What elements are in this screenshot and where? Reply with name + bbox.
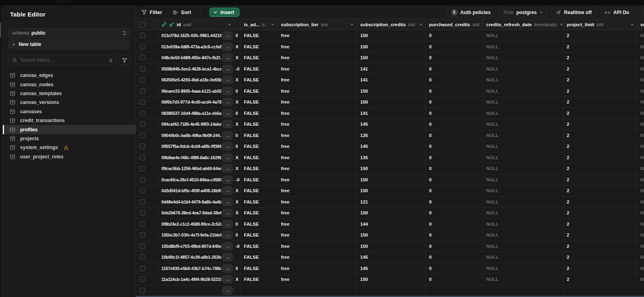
row-checkbox[interactable]: [140, 243, 145, 249]
cell-credits-refresh-date: NULL: [486, 177, 499, 182]
row-checkbox[interactable]: [140, 276, 145, 282]
expand-row-button[interactable]: →: [222, 98, 233, 106]
expand-row-button[interactable]: →: [222, 43, 233, 51]
expand-row-button[interactable]: →: [222, 142, 233, 150]
sidebar-item-user_project_roles[interactable]: user_project_roles: [3, 152, 136, 161]
expand-row-button[interactable]: →: [222, 131, 233, 139]
expand-row-button[interactable]: →: [222, 54, 233, 62]
sidebar-item-canvas_edges[interactable]: canvas_edges: [3, 71, 136, 80]
auth-policies-button[interactable]: 5 Auth policies: [446, 8, 495, 17]
cell-project-limit: 2: [567, 133, 569, 138]
role-select-button[interactable]: Role postgres: [499, 8, 548, 17]
row-checkbox[interactable]: [140, 133, 145, 138]
table-filter-button[interactable]: [119, 55, 130, 65]
column-header-purchased-credits[interactable]: purchased_credits int4: [426, 19, 483, 30]
column-header-subscription-credits[interactable]: subscription_credits int4: [357, 19, 426, 30]
expand-row-button[interactable]: →: [222, 198, 233, 206]
expand-row-button[interactable]: →: [222, 220, 233, 228]
expand-row-button[interactable]: →: [222, 109, 233, 117]
expand-row-button[interactable]: →: [222, 287, 233, 295]
insert-button[interactable]: Insert: [209, 8, 239, 17]
cell-is-admin: FALSE: [244, 100, 259, 104]
expand-row-button[interactable]: →: [222, 231, 233, 239]
schema-select[interactable]: schema public: [8, 28, 130, 38]
chevron-down-icon[interactable]: [630, 23, 634, 26]
column-header-is-admin[interactable]: is_ad... b...: [241, 19, 278, 30]
row-checkbox[interactable]: [140, 266, 145, 271]
row-checkbox[interactable]: [140, 188, 145, 193]
sidebar-item-profiles[interactable]: profiles: [3, 125, 136, 134]
chevron-down-icon[interactable]: [559, 23, 563, 26]
expand-row-button[interactable]: →: [222, 65, 233, 73]
row-checkbox[interactable]: [140, 77, 145, 83]
cell-clipped: 0: [235, 89, 238, 93]
sidebar-item-canvas_templates[interactable]: canvas_templates: [3, 89, 136, 98]
expand-row-button[interactable]: →: [222, 242, 233, 250]
select-all-checkbox[interactable]: [140, 22, 145, 27]
column-header-overflow[interactable]: su: [637, 19, 644, 30]
expand-row-button[interactable]: →: [222, 187, 233, 195]
api-docs-button[interactable]: <> API Do: [600, 8, 644, 17]
expand-row-button[interactable]: →: [222, 76, 233, 84]
expand-row-button[interactable]: →: [222, 87, 233, 95]
row-checkbox[interactable]: [140, 166, 145, 171]
column-header-subscription-tier[interactable]: subscription_tier text: [278, 19, 357, 30]
cell-subscription-tier: free: [281, 144, 289, 149]
column-header-credits-refresh-date[interactable]: credits_refresh_date timestamptz: [483, 19, 564, 30]
sidebar-item-projects[interactable]: projects: [3, 134, 136, 143]
chevron-down-icon[interactable]: [228, 23, 231, 26]
sidebar-item-system_settings[interactable]: system_settings: [3, 143, 136, 152]
expand-row-button[interactable]: →: [222, 31, 233, 39]
realtime-toggle-button[interactable]: Realtime off: [551, 8, 597, 17]
cell-is-admin: FALSE: [244, 55, 259, 60]
row-checkbox[interactable]: [140, 221, 145, 227]
row-checkbox[interactable]: [140, 254, 145, 260]
chevron-down-icon[interactable]: [419, 23, 423, 26]
column-header-project-limit[interactable]: project_limit int4: [564, 19, 637, 30]
chevrons-down-icon[interactable]: [109, 58, 113, 63]
new-table-button[interactable]: + New table: [8, 39, 130, 49]
cell-subscription-credits: 150: [360, 210, 368, 215]
row-checkbox[interactable]: [140, 143, 145, 149]
chevron-down-icon[interactable]: [350, 23, 354, 26]
row-checkbox[interactable]: [140, 33, 145, 38]
column-header-id[interactable]: id uuid: [158, 19, 235, 30]
cell-subscription-tier: free: [281, 244, 289, 249]
row-checkbox[interactable]: [140, 55, 145, 60]
expand-row-button[interactable]: →: [222, 154, 233, 162]
row-checkbox[interactable]: [140, 110, 145, 116]
sidebar-item-canvases[interactable]: canvases: [3, 107, 136, 116]
row-checkbox[interactable]: [140, 88, 145, 94]
expand-row-button[interactable]: →: [222, 164, 233, 172]
search-tables-input[interactable]: Search tables...: [8, 55, 117, 65]
table-row: 06f6b7d3-977d-4cd0-acd4-4a78... → X FALS…: [136, 97, 644, 108]
row-checkbox[interactable]: [140, 232, 145, 238]
expand-row-button[interactable]: →: [222, 120, 233, 128]
rail-scrollbar-thumb[interactable]: [0, 22, 1, 37]
expand-row-button[interactable]: →: [222, 176, 233, 184]
expand-row-button[interactable]: →: [222, 209, 233, 217]
cell-project-limit: 2: [567, 77, 569, 82]
expand-row-button[interactable]: →: [222, 275, 233, 283]
sidebar-item-credit_transactions[interactable]: credit_transactions: [3, 116, 136, 125]
row-checkbox[interactable]: [140, 210, 145, 216]
row-checkbox[interactable]: [140, 66, 145, 72]
expand-row-button[interactable]: →: [222, 264, 233, 272]
arrow-right-icon: →: [225, 89, 230, 93]
row-checkbox[interactable]: [140, 177, 145, 183]
expand-row-button[interactable]: →: [222, 253, 233, 261]
filter-button[interactable]: Filter: [142, 10, 162, 15]
chevron-down-icon[interactable]: [271, 23, 275, 26]
row-checkbox[interactable]: [140, 155, 145, 160]
sort-button[interactable]: Sort: [173, 10, 191, 15]
row-checkbox[interactable]: [140, 199, 145, 205]
arrow-right-icon: →: [225, 233, 230, 237]
row-checkbox[interactable]: [140, 121, 145, 127]
sidebar-item-canvas_versions[interactable]: canvas_versions: [3, 98, 136, 107]
sidebar-item-canvas_nodes[interactable]: canvas_nodes: [3, 80, 136, 89]
cell-clipped: -0: [235, 66, 239, 71]
cell-clipped: X: [235, 166, 239, 171]
row-checkbox[interactable]: [140, 99, 145, 105]
row-checkbox[interactable]: [140, 44, 145, 50]
row-checkbox[interactable]: [140, 288, 145, 293]
